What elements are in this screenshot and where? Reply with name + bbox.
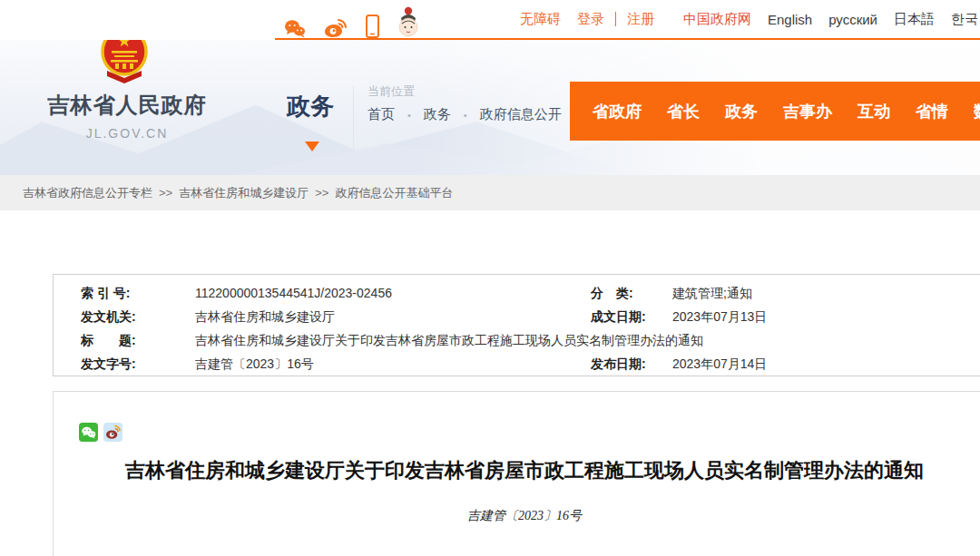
issuing-agency-value: 吉林省住房和城乡建设厅 bbox=[195, 305, 591, 328]
nav-item-hudong[interactable]: 互动 bbox=[858, 101, 890, 122]
document-title: 吉林省住房和城乡建设厅关于印发吉林省房屋市政工程施工现场人员实名制管理办法的通知 bbox=[54, 457, 980, 484]
doc-number-label: 发文字号: bbox=[81, 352, 195, 376]
main-nav: 省政府 省长 政务 吉事办 互动 省情 数 bbox=[570, 82, 980, 141]
dot-separator: • bbox=[464, 110, 467, 121]
breadcrumb-item-pingtai[interactable]: 政府信息公开基础平台 bbox=[335, 185, 453, 201]
divider bbox=[353, 86, 354, 151]
document-meta-table: 索 引 号: 11220000013544541J/2023-02456 分 类… bbox=[53, 274, 980, 376]
page: 无障碍 登录 注册 中国政府网 English русский 日本語 한국 吉… bbox=[0, 0, 980, 556]
nav-item-shengqing[interactable]: 省情 bbox=[916, 101, 948, 122]
current-location-label: 当前位置 bbox=[368, 83, 415, 100]
topbar-links: 无障碍 登录 注册 中国政府网 English русский 日本語 한국 bbox=[520, 0, 980, 38]
share-icons bbox=[79, 423, 122, 442]
section-title-zhengwu: 政务 bbox=[287, 91, 334, 122]
site-domain: JL.GOV.CN bbox=[36, 126, 218, 141]
title-value: 吉林省住房和城乡建设厅关于印发吉林省房屋市政工程施工现场人员实名制管理办法的通知 bbox=[195, 328, 980, 352]
current-location-breadcrumb: 首页 • 政务 • 政府信息公开 bbox=[368, 106, 562, 123]
site-name[interactable]: 吉林省人民政府 bbox=[36, 91, 218, 120]
mobile-icon[interactable] bbox=[366, 15, 379, 38]
breadcrumb: 吉林省政府信息公开专栏 >> 吉林省住房和城乡建设厅 >> 政府信息公开基础平台 bbox=[0, 175, 980, 210]
nav-item-zhengwu[interactable]: 政务 bbox=[725, 101, 758, 122]
location-zhengwu-link[interactable]: 政务 bbox=[424, 106, 451, 123]
date-published-value: 2023年07月14日 bbox=[672, 352, 980, 376]
date-written-label: 成文日期: bbox=[591, 305, 672, 328]
category-value: 建筑管理;通知 bbox=[672, 281, 980, 305]
lang-russian-link[interactable]: русский bbox=[828, 12, 877, 27]
lang-korean-link[interactable]: 한국 bbox=[951, 11, 978, 28]
lang-japanese-link[interactable]: 日本語 bbox=[894, 11, 935, 28]
topbar-social-icons bbox=[284, 5, 419, 38]
nav-item-shuju[interactable]: 数 bbox=[974, 101, 980, 122]
topbar-underline bbox=[275, 38, 980, 40]
register-link[interactable]: 注册 bbox=[627, 11, 654, 28]
document-content-box: 吉林省住房和城乡建设厅关于印发吉林省房屋市政工程施工现场人员实名制管理办法的通知… bbox=[53, 391, 980, 556]
title-label: 标 题: bbox=[81, 328, 195, 352]
nav-item-shengzhengfu[interactable]: 省政府 bbox=[593, 101, 642, 122]
issuing-agency-label: 发文机关: bbox=[81, 305, 195, 328]
date-published-label: 发布日期: bbox=[591, 352, 672, 376]
wechat-share-icon[interactable] bbox=[79, 423, 98, 442]
topbar: 无障碍 登录 注册 中国政府网 English русский 日本語 한국 bbox=[0, 0, 980, 40]
wechat-icon[interactable] bbox=[284, 19, 306, 38]
location-gongkai-link[interactable]: 政府信息公开 bbox=[480, 106, 562, 123]
accessibility-link[interactable]: 无障碍 bbox=[520, 11, 561, 28]
document-number: 吉建管〔2023〕16号 bbox=[54, 508, 980, 524]
breadcrumb-separator: >> bbox=[315, 186, 328, 200]
breadcrumb-item-zhuanlan[interactable]: 吉林省政府信息公开专栏 bbox=[23, 185, 152, 201]
date-written-value: 2023年07月13日 bbox=[672, 305, 980, 328]
nav-item-jishiban[interactable]: 吉事办 bbox=[783, 101, 832, 122]
china-gov-site-link[interactable]: 中国政府网 bbox=[683, 11, 751, 28]
weibo-share-icon[interactable] bbox=[103, 423, 122, 442]
login-link[interactable]: 登录 bbox=[577, 11, 604, 28]
index-number-label: 索 引 号: bbox=[81, 281, 195, 305]
mascot-icon[interactable] bbox=[397, 5, 419, 38]
nav-item-shengzhang[interactable]: 省长 bbox=[667, 101, 700, 122]
location-home-link[interactable]: 首页 bbox=[368, 106, 395, 123]
index-number-value: 11220000013544541J/2023-02456 bbox=[195, 281, 591, 305]
breadcrumb-separator: >> bbox=[159, 186, 172, 200]
doc-number-value: 吉建管〔2023〕16号 bbox=[195, 352, 591, 376]
triangle-down-icon bbox=[305, 141, 319, 151]
dot-separator: • bbox=[407, 110, 411, 121]
breadcrumb-item-zhujianting[interactable]: 吉林省住房和城乡建设厅 bbox=[179, 185, 309, 201]
category-label: 分 类: bbox=[591, 281, 672, 305]
weibo-icon[interactable] bbox=[324, 18, 348, 38]
lang-english-link[interactable]: English bbox=[768, 12, 812, 27]
divider bbox=[615, 12, 616, 26]
